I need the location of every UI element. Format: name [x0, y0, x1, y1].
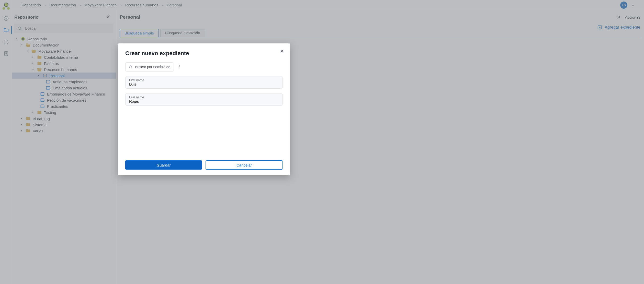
more-options-button[interactable]: [177, 64, 182, 70]
last-name-label: Last name: [129, 96, 279, 99]
last-name-field[interactable]: Last name Rojas: [125, 93, 283, 106]
svg-point-14: [179, 65, 179, 65]
cancel-button[interactable]: Cancelar: [206, 160, 283, 170]
svg-point-16: [179, 68, 179, 68]
first-name-label: First name: [129, 78, 279, 82]
close-button[interactable]: ✕: [280, 49, 284, 54]
first-name-field[interactable]: First name Luis: [125, 76, 283, 89]
search-icon: [129, 65, 132, 69]
last-name-value: Rojas: [129, 99, 279, 103]
modal-field-search[interactable]: Buscar por nombre de cam: [125, 62, 174, 72]
modal-overlay[interactable]: Crear nuevo expediente ✕ Buscar por nomb…: [0, 0, 644, 284]
save-button[interactable]: Guardar: [125, 160, 202, 170]
modal-search-label: Buscar por nombre de cam: [135, 65, 171, 69]
more-vertical-icon: [177, 64, 182, 69]
first-name-value: Luis: [129, 82, 279, 86]
svg-point-13: [129, 66, 131, 68]
svg-point-15: [179, 66, 179, 67]
modal-title: Crear nuevo expediente: [125, 50, 283, 57]
create-expediente-modal: Crear nuevo expediente ✕ Buscar por nomb…: [118, 43, 290, 175]
